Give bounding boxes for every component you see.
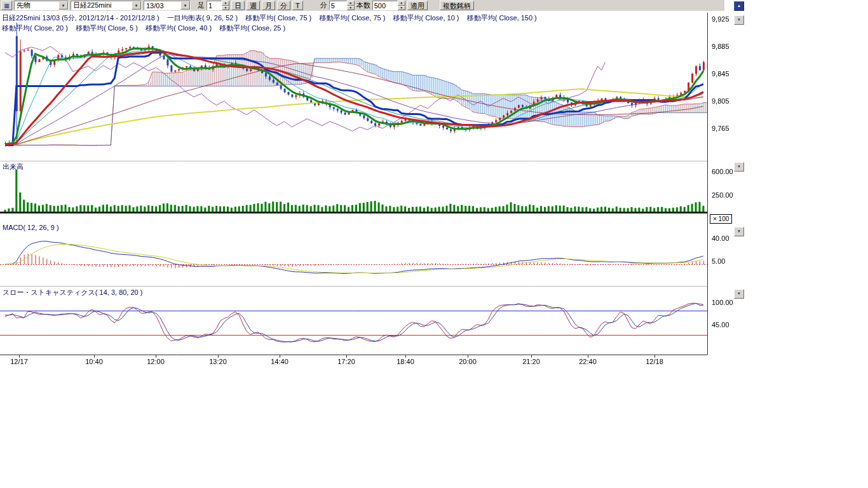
symbol-select-value: 日経225mini (73, 1, 132, 10)
grid-icon: ▦ (4, 3, 10, 9)
minutes-spinner: ▲▼ (329, 1, 355, 10)
volume-panel-label: 出来高 (3, 162, 24, 172)
period-day-button[interactable]: 日 (231, 1, 245, 10)
bar-type-label: 足 (198, 1, 205, 10)
bar-interval-spinner: ▲▼ (207, 1, 229, 10)
market-select[interactable]: 先物 ▼ (14, 1, 69, 10)
bar-count-label: 本数 (356, 1, 370, 10)
chart-grid-icon-button[interactable]: ▦ (1, 1, 12, 10)
minutes-label: 分 (320, 1, 327, 10)
up-arrow-icon: ▲ (737, 4, 741, 8)
scroll-up-button[interactable]: ▲ (734, 1, 744, 11)
spinner-up-icon[interactable]: ▲ (398, 1, 405, 6)
bar-count-spinner: ▲▼ (372, 1, 405, 10)
spinner-up-icon[interactable]: ▲ (222, 1, 229, 6)
chevron-down-icon[interactable]: ▼ (58, 1, 68, 10)
market-select-value: 先物 (17, 1, 58, 10)
price-axis-scale-button[interactable]: ▼ (734, 15, 744, 25)
down-arrow-icon: ▼ (737, 18, 741, 22)
period-tick-button[interactable]: T (292, 1, 303, 10)
period-month-button[interactable]: 月 (262, 1, 275, 10)
down-arrow-icon: ▼ (737, 229, 741, 233)
spinner-down-icon[interactable]: ▼ (398, 6, 405, 11)
macd-multiplier-badge: × 100 (710, 214, 732, 224)
chart-header-line1: 日経225mini 13/03 (5分, 2012/12/14 - 2012/1… (2, 13, 537, 23)
bar-count-input[interactable] (372, 1, 398, 10)
symbol-select[interactable]: 日経225mini ▼ (71, 1, 142, 10)
contract-month-select[interactable]: 13/03 ▼ (144, 1, 191, 10)
down-arrow-icon: ▼ (737, 165, 741, 168)
bar-interval-input[interactable] (207, 1, 222, 10)
spinner-up-icon[interactable]: ▲ (347, 1, 355, 6)
multi-symbol-button[interactable]: 複数銘柄 (440, 1, 474, 10)
macd-panel-label: MACD( 12, 26, 9 ) (3, 224, 59, 231)
volume-axis-scale-button[interactable]: ▼ (734, 162, 744, 172)
apply-button[interactable]: 適用 (407, 1, 428, 10)
toolbar: ▦ 先物 ▼ 日経225mini ▼ 13/03 ▼ 足 ▲▼ 日 週 月 分 … (0, 0, 724, 11)
chevron-down-icon[interactable]: ▼ (132, 1, 141, 10)
down-arrow-icon: ▼ (737, 292, 741, 295)
chart-canvas[interactable] (0, 11, 747, 376)
period-week-button[interactable]: 週 (247, 1, 260, 10)
chevron-down-icon[interactable]: ▼ (180, 1, 190, 10)
period-minute-button[interactable]: 分 (277, 1, 290, 10)
chart-header-line2: 移動平均( Close, 20 ) 移動平均( Close, 5 ) 移動平均(… (2, 24, 285, 33)
contract-month-value: 13/03 (146, 2, 180, 10)
stoch-axis-scale-button[interactable]: ▼ (734, 289, 744, 299)
stochastics-panel-label: スロー・ストキャスティクス( 14, 3, 80, 20 ) (3, 288, 142, 297)
macd-axis-scale-button[interactable]: ▼ (734, 227, 744, 236)
minutes-input[interactable] (329, 1, 347, 10)
spinner-down-icon[interactable]: ▼ (222, 6, 229, 11)
spinner-down-icon[interactable]: ▼ (347, 6, 355, 11)
